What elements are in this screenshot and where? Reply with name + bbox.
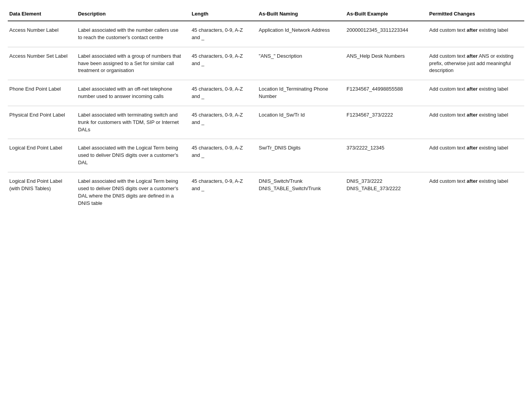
permitted-changes-bold: after [467,86,477,92]
header-data-element: Data Element [8,8,75,21]
cell-description: Label associated with an off-net telepho… [75,80,188,106]
cell-as-built-example: 20000012345_3311223344 [343,21,426,47]
table-row: Logical End Point LabelLabel associated … [8,139,524,172]
cell-permitted-changes: Add custom text after existing label [426,139,524,172]
header-as-built-naming: As-Built Naming [256,8,343,21]
cell-as-built-naming: DNIS_Switch/Trunk DNIS_TABLE_Switch/Trun… [256,172,343,212]
cell-as-built-naming: "ANS_" Description [256,47,343,80]
cell-as-built-example: ANS_Help Desk Numbers [343,47,426,80]
header-permitted-changes: Permitted Changes [426,8,524,21]
cell-length: 45 characters, 0-9, A-Z and _ [189,47,256,80]
cell-as-built-example: F1234567_373/2222 [343,106,426,139]
table-row: Logical End Point Label (with DNIS Table… [8,172,524,212]
cell-as-built-naming: Location Id_Terminating Phone Number [256,80,343,106]
cell-length: 45 characters, 0-9, A-Z and _ [189,139,256,172]
cell-description: Label associated with the Logical Term b… [75,172,188,212]
cell-description: Label associated with the number callers… [75,21,188,47]
cell-length: 45 characters, 0-9, A-Z and _ [189,106,256,139]
cell-data-element: Logical End Point Label [8,139,75,172]
header-as-built-example: As-Built Example [343,8,426,21]
cell-data-element: Access Number Label [8,21,75,47]
cell-data-element: Phone End Point Label [8,80,75,106]
cell-description: Label associated with terminating switch… [75,106,188,139]
cell-data-element: Logical End Point Label (with DNIS Table… [8,172,75,212]
table-row: Access Number Set LabelLabel associated … [8,47,524,80]
cell-data-element: Access Number Set Label [8,47,75,80]
cell-permitted-changes: Add custom text after existing label [426,21,524,47]
table-row: Access Number LabelLabel associated with… [8,21,524,47]
cell-as-built-example: F1234567_44998855588 [343,80,426,106]
data-elements-table: Data Element Description Length As-Built… [8,8,524,212]
table-row: Phone End Point LabelLabel associated wi… [8,80,524,106]
cell-data-element: Physical End Point Label [8,106,75,139]
cell-as-built-naming: Application Id_Network Address [256,21,343,47]
cell-as-built-example: DNIS_373/2222 DNIS_TABLE_373/2222 [343,172,426,212]
table-row: Physical End Point LabelLabel associated… [8,106,524,139]
permitted-changes-bold: after [467,178,477,184]
permitted-changes-bold: after [467,145,477,151]
cell-description: Label associated with the Logical Term b… [75,139,188,172]
permitted-changes-bold: after [467,112,477,118]
cell-permitted-changes: Add custom text after existing label [426,80,524,106]
permitted-changes-bold: after [467,53,477,59]
cell-permitted-changes: Add custom text after ANS or existing pr… [426,47,524,80]
cell-as-built-example: 373/2222_12345 [343,139,426,172]
cell-length: 45 characters, 0-9, A-Z and _ [189,21,256,47]
header-description: Description [75,8,188,21]
table-header-row: Data Element Description Length As-Built… [8,8,524,21]
permitted-changes-bold: after [467,27,477,33]
cell-permitted-changes: Add custom text after existing label [426,172,524,212]
cell-permitted-changes: Add custom text after existing label [426,106,524,139]
cell-length: 45 characters, 0-9, A-Z and _ [189,80,256,106]
cell-length: 45 characters, 0-9, A-Z and _ [189,172,256,212]
cell-as-built-naming: Sw/Tr_DNIS Digits [256,139,343,172]
cell-as-built-naming: Location Id_Sw/Tr Id [256,106,343,139]
header-length: Length [189,8,256,21]
cell-description: Label associated with a group of numbers… [75,47,188,80]
